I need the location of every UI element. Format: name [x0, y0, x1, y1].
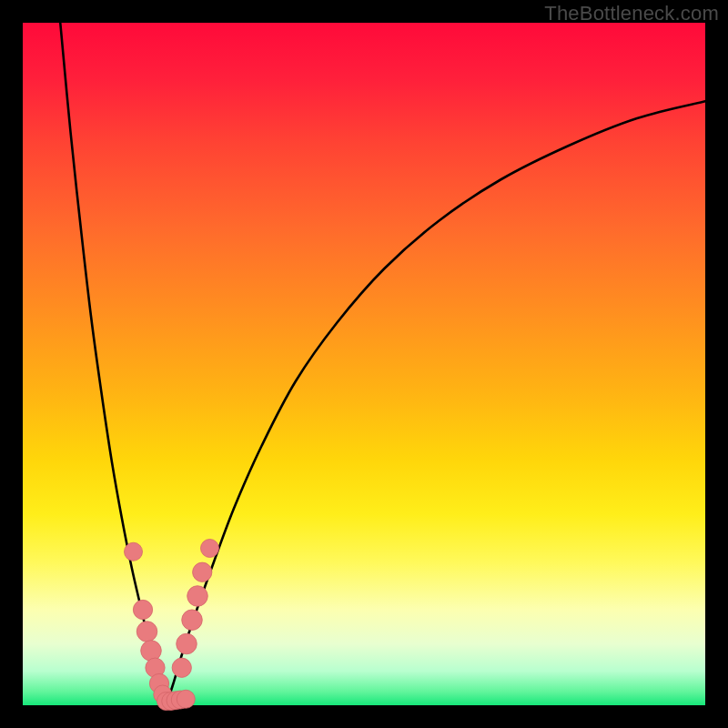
data-dot	[133, 600, 152, 619]
plot-area	[23, 23, 705, 705]
data-dot	[187, 586, 208, 607]
data-dot	[124, 542, 142, 561]
data-dot	[177, 690, 195, 708]
data-dot	[182, 610, 203, 631]
right-branch-curve	[167, 101, 706, 705]
data-dot	[141, 641, 162, 662]
data-dot	[177, 633, 197, 654]
data-dots	[124, 539, 218, 710]
chart-svg	[23, 23, 705, 705]
data-dot	[136, 622, 157, 642]
chart-frame: TheBottleneck.com	[0, 0, 728, 728]
data-dot	[193, 562, 212, 581]
data-dot	[200, 539, 218, 557]
data-dot	[172, 658, 191, 677]
